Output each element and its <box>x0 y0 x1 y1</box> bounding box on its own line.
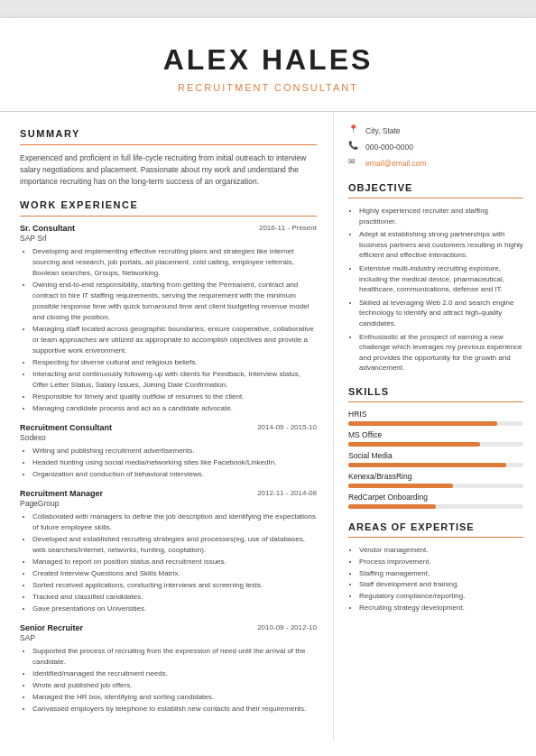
job-block: Senior Recruiter2010-09 - 2012-10SAPSupp… <box>20 623 317 715</box>
skills-container: HRISMS OfficeSocial MediaKenexa/BrassRin… <box>348 410 523 509</box>
contact-section: 📍 City, State 📞 000-000-0000 ✉ email@ema… <box>348 124 523 170</box>
list-item: Writing and publishing recruitment adver… <box>32 446 317 456</box>
skills-divider <box>348 401 523 402</box>
job-bullets: Collaborated with managers to define the… <box>20 512 317 614</box>
resume-header: ALEX HALES RECRUITMENT CONSULTANT <box>0 18 536 112</box>
list-item: Developing and implementing effective re… <box>32 246 317 279</box>
list-item: Managed to report on position status and… <box>32 557 317 567</box>
list-item: Adept at establishing strong partnership… <box>359 229 523 261</box>
list-item: Sorted received applications, conducting… <box>32 580 317 591</box>
job-block: Recruitment Consultant2014-09 - 2015-10S… <box>20 423 317 480</box>
job-bullets: Writing and publishing recruitment adver… <box>20 446 317 480</box>
job-company: SAP Srl <box>20 234 317 243</box>
location-icon: 📍 <box>348 124 361 137</box>
list-item: Collaborated with managers to define the… <box>32 512 317 533</box>
jobs-container: Sr. Consultant2016-11 - PresentSAP SrlDe… <box>20 224 317 715</box>
list-item: Supported the process of recruiting from… <box>32 646 317 668</box>
contact-phone: 📞 000-000-0000 <box>348 141 523 153</box>
contact-location: 📍 City, State <box>348 124 523 137</box>
list-item: Process improvement. <box>359 557 523 568</box>
resume: ALEX HALES RECRUITMENT CONSULTANT SUMMAR… <box>0 18 536 756</box>
objective-list: Highly experienced recruiter and staffin… <box>348 206 523 373</box>
list-item: Skilled at leveraging Web 2.0 and search… <box>359 298 523 329</box>
email-icon: ✉ <box>348 157 361 170</box>
left-column: SUMMARY Experienced and proficient in fu… <box>0 112 334 740</box>
skill-bar-fill <box>348 484 453 488</box>
summary-text: Experienced and proficient in full life-… <box>20 152 317 187</box>
list-item: Developed and established recruiting str… <box>32 534 317 556</box>
job-title: Senior Recruiter <box>20 623 83 632</box>
list-item: Owning end-to-end responsibility, starti… <box>32 280 317 323</box>
job-header: Recruitment Consultant2014-09 - 2015-10 <box>20 423 317 432</box>
skill-name: RedCarpet Onboarding <box>348 493 523 502</box>
skill-bar-background <box>348 442 523 447</box>
job-header: Recruitment Manager2012-11 - 2014-08 <box>20 489 317 498</box>
job-block: Sr. Consultant2016-11 - PresentSAP SrlDe… <box>20 224 317 414</box>
job-bullets: Supported the process of recruiting from… <box>20 646 317 715</box>
expertise-divider <box>348 537 523 538</box>
candidate-title: RECRUITMENT CONSULTANT <box>18 82 518 93</box>
skill-name: Kenexa/BrassRing <box>348 472 523 481</box>
list-item: Gave presentations on Universities. <box>32 604 317 614</box>
list-item: Tracked and classified candidates. <box>32 592 317 603</box>
skill-name: Social Media <box>348 451 523 460</box>
list-item: Headed hunting using social media/networ… <box>32 457 317 468</box>
expertise-list: Vendor management.Process improvement.St… <box>348 545 523 614</box>
list-item: Identified/managed the recruitment needs… <box>32 668 317 679</box>
skill-bar-background <box>348 421 523 426</box>
list-item: Responsible for timely and quality outfl… <box>32 392 317 402</box>
email-link[interactable]: email@email.com <box>365 159 427 168</box>
list-item: Enthusiastic at the prospect of earning … <box>359 332 523 373</box>
list-item: Created Interview Questions and Skills M… <box>32 568 317 579</box>
list-item: Extensive multi-industry recruiting expo… <box>359 263 523 295</box>
skill-bar-fill <box>348 504 436 509</box>
job-dates: 2012-11 - 2014-08 <box>257 489 317 497</box>
skill-bar-fill <box>348 463 506 467</box>
work-experience-divider <box>20 216 317 217</box>
job-company: Sodexo <box>20 433 317 442</box>
list-item: Canvassed employers by telephone to esta… <box>32 704 317 715</box>
job-header: Sr. Consultant2016-11 - Present <box>20 224 317 233</box>
job-header: Senior Recruiter2010-09 - 2012-10 <box>20 623 317 632</box>
list-item: Staffing management. <box>359 568 523 580</box>
job-block: Recruitment Manager2012-11 - 2014-08Page… <box>20 489 317 614</box>
job-dates: 2014-09 - 2015-10 <box>257 423 317 431</box>
skill-bar-background <box>348 463 523 467</box>
skill-bar-background <box>348 504 523 509</box>
job-company: SAP <box>20 633 317 642</box>
candidate-name: ALEX HALES <box>18 43 518 77</box>
skill-bar-fill <box>348 442 480 447</box>
skills-title: SKILLS <box>348 386 523 397</box>
objective-divider <box>348 198 523 198</box>
summary-divider <box>20 144 317 145</box>
job-company: PageGroup <box>20 499 317 508</box>
job-dates: 2016-11 - Present <box>259 224 317 232</box>
summary-title: SUMMARY <box>20 128 317 139</box>
list-item: Staff development and training. <box>359 579 523 591</box>
list-item: Organization and conduction of behaviora… <box>32 469 317 480</box>
resume-body: SUMMARY Experienced and proficient in fu… <box>0 112 536 740</box>
job-title: Recruitment Manager <box>20 489 103 498</box>
list-item: Recruiting strategy development. <box>359 603 523 614</box>
skill-bar-background <box>348 484 523 488</box>
skill-name: HRIS <box>348 410 523 419</box>
list-item: Regulatory compliance/reporting. <box>359 591 523 603</box>
skill-bar-fill <box>348 421 497 426</box>
list-item: Interacting and continuously following-u… <box>32 369 317 391</box>
job-dates: 2010-09 - 2012-10 <box>257 623 317 632</box>
skill-name: MS Office <box>348 430 523 439</box>
list-item: Highly experienced recruiter and staffin… <box>359 206 523 226</box>
right-column: 📍 City, State 📞 000-000-0000 ✉ email@ema… <box>334 112 536 740</box>
job-title: Recruitment Consultant <box>20 423 112 432</box>
list-item: Vendor management. <box>359 545 523 557</box>
job-bullets: Developing and implementing effective re… <box>20 246 317 414</box>
work-experience-title: WORK EXPERIENCE <box>20 199 317 210</box>
list-item: Managing candidate process and act as a … <box>32 403 317 414</box>
list-item: Respecting for diverse cultural and reli… <box>32 357 317 368</box>
list-item: Managed the HR box, identifying and sort… <box>32 692 317 703</box>
contact-email: ✉ email@email.com <box>348 157 523 170</box>
expertise-title: AREAS OF EXPERTISE <box>348 521 523 532</box>
objective-title: OBJECTIVE <box>348 182 523 193</box>
phone-icon: 📞 <box>348 141 361 153</box>
list-item: Managing staff located across geographic… <box>32 324 317 356</box>
